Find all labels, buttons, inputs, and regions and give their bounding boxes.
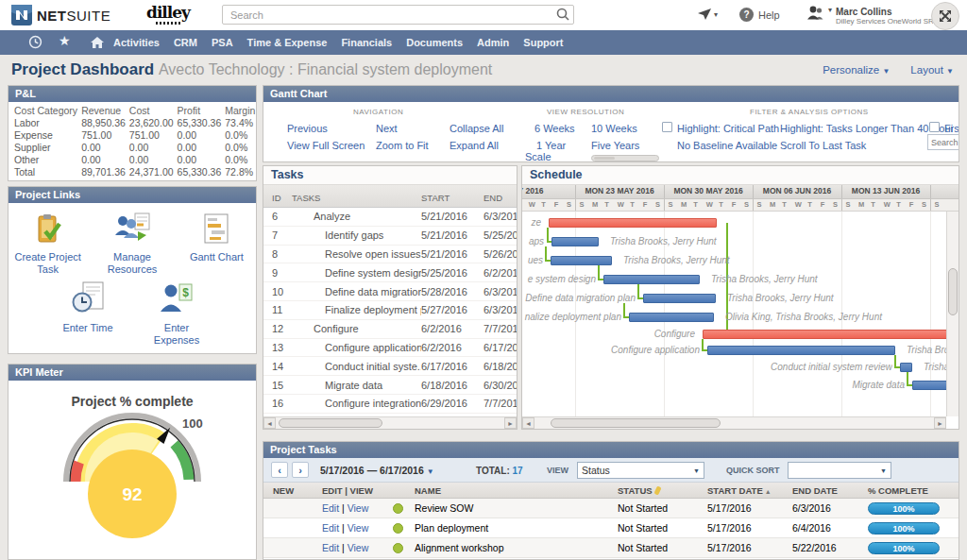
next-page-button[interactable]: › (292, 462, 309, 478)
tasks-horizontal-scrollbar[interactable]: ◄ ► (263, 416, 517, 429)
expand-button[interactable] (931, 2, 959, 30)
prev-page-button[interactable]: ‹ (271, 462, 288, 478)
gantt-five-years-link[interactable]: Five Years (591, 140, 639, 151)
gantt-filter-search-input[interactable] (927, 134, 959, 150)
date-range-selector[interactable]: 5/17/2016 — 6/17/2016 ▼ (320, 465, 434, 476)
schedule-horizontal-scrollbar[interactable]: ◄ ► (522, 416, 946, 429)
edit-link[interactable]: Edit (322, 522, 339, 534)
gantt-bar[interactable] (551, 256, 612, 265)
task-row[interactable]: 16Configure integrations6/29/20167/7/201… (263, 395, 517, 414)
link-enter-expenses[interactable]: $ Enter Expenses (141, 281, 212, 347)
gantt-10-weeks-link[interactable]: 10 Weeks (591, 123, 637, 134)
scroll-thumb[interactable] (279, 418, 382, 428)
task-row[interactable]: 15Migrate data6/18/20166/30/2016 (263, 376, 517, 395)
critical-path-checkbox[interactable] (662, 122, 672, 132)
dependency-connector (907, 372, 908, 385)
gantt-expand-all-link[interactable]: Expand All (450, 140, 499, 151)
user-menu[interactable]: ▾ Marc Collins Dilley Services OneWorld … (806, 6, 949, 26)
nav-item-documents[interactable]: Documents (406, 37, 463, 48)
task-row[interactable]: 9Define system design5/25/20166/2/2016 (263, 263, 517, 282)
scroll-thumb[interactable] (551, 418, 721, 428)
gantt-chart-area[interactable]: zeapsTrisha Brooks, Jerry HuntuesTrisha … (522, 212, 948, 418)
gantt-view-full-screen-link[interactable]: View Full Screen (287, 140, 365, 151)
scroll-right-arrow[interactable]: ► (934, 417, 946, 429)
task-row[interactable]: 7Identify gaps5/21/20165/25/2016 (263, 227, 517, 246)
view-select[interactable]: Status▼ (577, 462, 704, 479)
favorites-icon[interactable]: ★ (59, 33, 71, 48)
search-icon[interactable] (556, 8, 569, 25)
scroll-thumb[interactable] (948, 268, 958, 315)
view-link[interactable]: View (348, 502, 369, 514)
highlight-critical-path-link[interactable]: Highlight: Critical Path (677, 123, 779, 134)
gantt-bar[interactable] (643, 294, 716, 303)
link-gantt-chart[interactable]: Gantt Chart (183, 212, 250, 276)
day-letter: T (630, 200, 635, 209)
edit-link[interactable]: Edit (322, 502, 339, 514)
gantt-zoom-to-fit-link[interactable]: Zoom to Fit (376, 140, 429, 151)
task-id: 15 (263, 380, 292, 391)
task-row[interactable]: 13Configure application6/2/20166/17/2016 (263, 339, 517, 358)
pnl-cell: 751.00 (127, 128, 176, 141)
layout-button[interactable]: Layout ▼ (910, 64, 954, 76)
nav-item-financials[interactable]: Financials (341, 37, 392, 48)
nav-item-activities[interactable]: Activities (113, 37, 160, 48)
scale-slider[interactable] (591, 155, 659, 161)
gantt-bar[interactable] (603, 275, 700, 284)
task-row[interactable]: 6Analyze5/21/20166/3/2016 (263, 208, 517, 227)
gantt-1-year-link[interactable]: 1 Year (536, 140, 566, 151)
nav-item-admin[interactable]: Admin (477, 37, 509, 48)
start-date-header[interactable]: START DATE▲ (707, 485, 792, 496)
day-letter: S (833, 200, 838, 209)
task-row[interactable]: 10Define data migration...5/28/20166/3/2… (263, 282, 517, 301)
quick-sort-select[interactable]: ▼ (788, 462, 891, 479)
day-letter: F (554, 200, 559, 209)
gantt-bar[interactable] (551, 237, 599, 246)
history-icon[interactable] (28, 35, 42, 53)
global-search-input[interactable] (222, 5, 574, 25)
task-row[interactable]: 11Finalize deployment p...5/27/20166/3/2… (263, 301, 517, 320)
edit-link[interactable]: Edit (322, 542, 339, 553)
scroll-to-last-task-link[interactable]: Scroll To Last Task (780, 140, 866, 151)
gantt-bar[interactable] (629, 313, 714, 322)
view-link[interactable]: View (348, 542, 369, 553)
pnl-row: Labor88,950.3623,620.0065,330.3673.4% (12, 116, 257, 128)
gantt-next-link[interactable]: Next (376, 123, 398, 134)
scroll-left-arrow[interactable]: ◄ (522, 417, 534, 429)
nav-item-support[interactable]: Support (523, 37, 563, 48)
scroll-right-arrow[interactable]: ► (504, 417, 517, 429)
gantt-bar[interactable] (549, 218, 717, 228)
status-header[interactable]: STATUS (618, 485, 707, 496)
scale-slider-thumb[interactable] (594, 157, 615, 160)
nav-item-time-expense[interactable]: Time & Expense (247, 37, 328, 48)
gantt-bar[interactable] (912, 381, 948, 390)
personalize-button[interactable]: Personalize ▼ (823, 64, 890, 76)
gantt-bar[interactable] (703, 330, 948, 339)
gantt-collapse-all-link[interactable]: Collapse All (450, 123, 503, 134)
status-dot-cell (382, 522, 415, 535)
clipboard-check-icon (32, 212, 64, 245)
task-row[interactable]: 8Resolve open issues5/21/20165/26/2016 (263, 246, 517, 264)
notifications-button[interactable]: ▾ (697, 8, 718, 21)
gantt-bar[interactable] (900, 363, 912, 372)
scroll-left-arrow[interactable]: ◄ (263, 417, 276, 429)
filter-checkbox[interactable] (929, 122, 940, 132)
task-name: Define system design (292, 267, 421, 279)
netsuite-logo[interactable]: NETSUITE (11, 5, 110, 25)
link-enter-time[interactable]: Enter Time (52, 281, 124, 347)
task-row[interactable]: 12Configure6/2/20167/7/2016 (263, 320, 517, 339)
schedule-panel: Schedule Y 2016MON 23 MAY 2016MON 30 MAY… (521, 165, 959, 430)
schedule-vertical-scrollbar[interactable] (946, 212, 959, 416)
link-manage-resources[interactable]: Manage Resources (98, 212, 165, 276)
gantt-6-weeks-link[interactable]: 6 Weeks (534, 123, 575, 134)
view-link[interactable]: View (348, 522, 369, 534)
task-row[interactable]: 14Conduct initial syste...6/17/20166/18/… (263, 357, 517, 376)
nav-item-psa[interactable]: PSA (212, 37, 233, 48)
link-create-project-task[interactable]: Create Project Task (14, 212, 81, 276)
gantt-bar[interactable] (707, 346, 895, 355)
gantt-previous-link[interactable]: Previous (287, 123, 328, 134)
start-date-cell: 5/17/2016 (707, 542, 792, 553)
nav-item-crm[interactable]: CRM (174, 37, 197, 48)
home-icon[interactable] (90, 36, 105, 53)
help-button[interactable]: ? Help (739, 8, 780, 22)
pnl-cell: 0.00 (176, 128, 224, 141)
